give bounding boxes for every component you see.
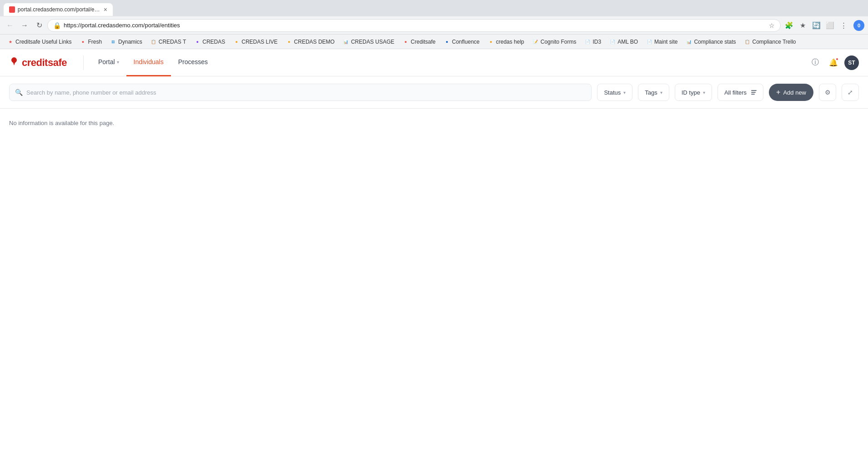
- bookmark-label: CREDAS T: [159, 39, 186, 45]
- bookmark-favicon-credas-demo: ●: [286, 39, 292, 45]
- bookmark-label: Fresh: [88, 39, 102, 45]
- id-type-filter-button[interactable]: ID type ▾: [675, 84, 712, 101]
- bookmark-creditsafe[interactable]: ● Creditsafe: [399, 37, 439, 47]
- nav-item-portal[interactable]: Portal ▾: [91, 49, 126, 76]
- bookmark-favicon-fresh: ●: [80, 39, 86, 45]
- bookmark-label: CREDAS: [202, 39, 225, 45]
- toolbar-expand-button[interactable]: ⤢: [842, 84, 859, 101]
- more-btn[interactable]: ⋮: [837, 19, 850, 32]
- nav-label-individuals: Individuals: [134, 58, 164, 65]
- add-new-button[interactable]: + Add new: [769, 84, 813, 101]
- bookmark-label: Maint site: [654, 39, 677, 45]
- all-filters-icon: [751, 90, 757, 95]
- nav-label-portal: Portal: [98, 58, 115, 65]
- tags-filter-chevron: ▾: [660, 90, 662, 95]
- all-filters-label: All filters: [724, 89, 747, 96]
- bookmark-creditsafe-useful-links[interactable]: ★ Creditsafe Useful Links: [4, 37, 75, 47]
- bookmark-compliance-stats[interactable]: 📊 Compliance stats: [682, 37, 739, 47]
- bookmark-favicon-creditsafe-useful-links: ★: [7, 39, 14, 45]
- help-button[interactable]: ⓘ: [808, 55, 823, 70]
- bookmark-confluence[interactable]: ● Confluence: [440, 37, 483, 47]
- bookmark-credas-t[interactable]: 📋 CREDAS T: [147, 37, 190, 47]
- nav-item-processes[interactable]: Processes: [171, 49, 215, 76]
- status-filter-chevron: ▾: [623, 90, 626, 95]
- all-filters-button[interactable]: All filters: [717, 84, 763, 101]
- bookmark-favicon-compliance-trello: 📋: [744, 39, 750, 45]
- help-icon: ⓘ: [812, 58, 819, 67]
- bookmark-label: Cognito Forms: [541, 39, 577, 45]
- no-info-message: No information is available for this pag…: [9, 120, 859, 126]
- bookmark-favicon-credas-t: 📋: [151, 39, 157, 45]
- bookmark-label: Creditsafe: [411, 39, 436, 45]
- bookmark-fresh[interactable]: ● Fresh: [76, 37, 105, 47]
- header-divider: [83, 55, 84, 70]
- address-bar[interactable]: 🔒 https://portal.credasdemo.com/portal/e…: [47, 19, 781, 32]
- bookmark-favicon-credas-help: ●: [488, 39, 494, 45]
- bookmark-credas-usage[interactable]: 📊 CREDAS USAGE: [339, 37, 398, 47]
- nav-label-processes: Processes: [178, 58, 208, 65]
- bookmark-favicon-maint-site: 📄: [646, 39, 652, 45]
- bookmark-credas-demo[interactable]: ● CREDAS DEMO: [282, 37, 338, 47]
- bookmark-label: credas help: [496, 39, 524, 45]
- bookmark-aml-bo[interactable]: 📄 AML BO: [606, 37, 642, 47]
- browser-toolbar: ← → ↻ 🔒 https://portal.credasdemo.com/po…: [0, 16, 868, 35]
- bookmark-credas[interactable]: ● CREDAS: [191, 37, 229, 47]
- search-icon: 🔍: [15, 89, 23, 96]
- main-nav: Portal ▾ Individuals Processes: [91, 49, 215, 76]
- toolbar-settings-button[interactable]: ⚙: [819, 84, 836, 101]
- forward-button[interactable]: →: [18, 19, 31, 32]
- url-text: https://portal.credasdemo.com/portal/ent…: [64, 22, 766, 29]
- bookmark-maint-site[interactable]: 📄 Maint site: [642, 37, 681, 47]
- bookmark-id3[interactable]: 📄 ID3: [581, 37, 605, 47]
- profile-extension-btn[interactable]: 🔄: [810, 19, 823, 32]
- bookmark-credas-help[interactable]: ● credas help: [484, 37, 528, 47]
- bookmark-label: Dynamics: [118, 39, 142, 45]
- search-box[interactable]: 🔍: [9, 84, 592, 101]
- id-type-filter-chevron: ▾: [703, 90, 705, 95]
- id-type-filter-label: ID type: [682, 89, 700, 96]
- star-icon: ☆: [769, 22, 775, 29]
- settings-icon: ⚙: [825, 89, 831, 96]
- profile-button[interactable]: 0: [853, 20, 864, 31]
- tags-filter-label: Tags: [645, 89, 657, 96]
- bookmark-compliance-trello[interactable]: 📋 Compliance Trello: [740, 37, 799, 47]
- browser-tab-bar: portal.credasdemo.com/portal/entities ×: [0, 0, 868, 16]
- bookmark-label: Creditsafe Useful Links: [15, 39, 71, 45]
- notification-button[interactable]: 🔔: [826, 55, 841, 70]
- nav-item-individuals[interactable]: Individuals: [126, 49, 171, 76]
- bookmark-favicon-confluence: ●: [444, 39, 450, 45]
- notification-dot: [835, 57, 839, 61]
- bookmark-label: AML BO: [617, 39, 638, 45]
- search-input[interactable]: [26, 89, 586, 96]
- status-filter-button[interactable]: Status ▾: [597, 84, 632, 101]
- back-button[interactable]: ←: [4, 19, 16, 32]
- app-header: creditsafe Portal ▾ Individuals Processe…: [0, 49, 868, 76]
- browser-chrome: portal.credasdemo.com/portal/entities × …: [0, 0, 868, 49]
- tab-close-btn[interactable]: ×: [104, 6, 107, 13]
- bookmark-credas-live[interactable]: ● CREDAS LIVE: [230, 37, 281, 47]
- expand-icon: ⤢: [848, 89, 853, 96]
- bookmark-favicon-compliance-stats: 📊: [686, 39, 692, 45]
- browser-tab[interactable]: portal.credasdemo.com/portal/entities ×: [4, 3, 113, 16]
- bookmark-favicon-creditsafe: ●: [402, 39, 409, 45]
- bookmark-favicon-id3: 📄: [584, 39, 591, 45]
- window-btn[interactable]: ⬜: [823, 19, 836, 32]
- bookmarks-bar: ★ Creditsafe Useful Links ● Fresh ⊞ Dyna…: [0, 35, 868, 49]
- bookmark-label: CREDAS USAGE: [351, 39, 394, 45]
- bookmark-btn[interactable]: ★: [796, 19, 809, 32]
- bookmark-label: Confluence: [452, 39, 480, 45]
- refresh-button[interactable]: ↻: [33, 19, 45, 32]
- avatar-button[interactable]: ST: [844, 55, 859, 70]
- bookmark-dynamics[interactable]: ⊞ Dynamics: [106, 37, 146, 47]
- tab-title: portal.credasdemo.com/portal/entities: [18, 6, 101, 13]
- bookmark-favicon-credas-live: ●: [233, 39, 240, 45]
- bookmark-cognito-forms[interactable]: 📝 Cognito Forms: [529, 37, 580, 47]
- add-new-icon: +: [776, 88, 780, 96]
- bookmark-label: ID3: [592, 39, 601, 45]
- bookmark-label: CREDAS DEMO: [294, 39, 335, 45]
- tags-filter-button[interactable]: Tags ▾: [638, 84, 669, 101]
- logo[interactable]: creditsafe: [9, 56, 67, 69]
- bookmark-favicon-credas: ●: [194, 39, 201, 45]
- extensions-btn[interactable]: 🧩: [783, 19, 795, 32]
- bookmark-label: CREDAS LIVE: [241, 39, 277, 45]
